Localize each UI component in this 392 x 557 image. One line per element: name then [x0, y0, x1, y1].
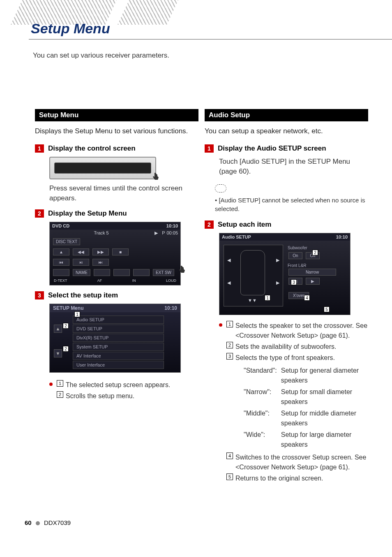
front-label: Front L&R	[288, 263, 337, 268]
extsw-button[interactable]: EXT SW	[153, 269, 174, 276]
callout-marker-1: 1	[265, 295, 270, 301]
front-type-value: Narrow	[288, 269, 336, 276]
footer-af: AF	[97, 278, 102, 283]
callout-number: 5	[226, 473, 233, 480]
menu-item[interactable]: DVD SETUP	[73, 325, 164, 333]
callout-marker-2: 2	[63, 346, 69, 352]
callout-marker-2: 2	[312, 250, 318, 255]
rew-button[interactable]: ◀◀	[73, 248, 89, 255]
speaker-type-table: "Standard":Setup for general diameter sp…	[241, 364, 368, 451]
menu-item[interactable]: User Interface	[73, 361, 164, 369]
callout-marker-4: 4	[304, 295, 310, 301]
scroll-up-button[interactable]: ▲	[54, 325, 62, 333]
front-next-button[interactable]: ▶	[306, 278, 320, 285]
model-name: DDX7039	[44, 519, 71, 526]
ff-button[interactable]: ▶▶	[92, 248, 109, 255]
callout-number: 3	[226, 353, 233, 360]
blank-button[interactable]	[94, 269, 110, 276]
step-body: Press several times until the control sc…	[49, 183, 198, 204]
red-bullet-icon	[49, 383, 53, 386]
step-1: 1 Display the Audio SETUP screen	[205, 144, 368, 153]
screen-title: Audio SETUP	[222, 234, 251, 239]
name-button[interactable]: NAME	[73, 269, 90, 276]
callout-text: Selects the type of front speakers.	[235, 353, 368, 363]
section-heading: Setup Menu	[35, 109, 198, 121]
step-number: 1	[35, 144, 44, 153]
callout-text: Returns to the original screen.	[235, 473, 368, 483]
track-label: Track 5	[52, 230, 150, 236]
callout-number: 4	[226, 453, 233, 459]
screen-clock: 10:10	[336, 234, 348, 239]
step-label: Display the control screen	[48, 144, 136, 153]
prev-button[interactable]: ⏮	[53, 259, 69, 266]
page-footer: 60 DDX7039	[25, 519, 71, 526]
screen-clock: 10:10	[164, 305, 177, 311]
callout-text: The selected setup screen appears.	[66, 380, 198, 390]
scroll-down-button[interactable]: ▼	[54, 349, 62, 357]
menu-item[interactable]: Audio SETUP	[73, 316, 164, 324]
step-label: Setup each item	[218, 220, 271, 229]
step-number: 2	[35, 209, 44, 218]
callout-number: 1	[57, 380, 63, 387]
playpause-button[interactable]: ⏯	[73, 259, 89, 266]
setup-menu-screen: SETUP Menu 10:10 ▲ ▼ Audio SETUP DVD SET…	[49, 304, 181, 373]
red-bullet-icon	[219, 323, 222, 327]
disc-text-button[interactable]: DISC TEXT	[53, 238, 80, 245]
step-2: 2 Setup each item	[205, 220, 368, 229]
footer-loud: LOUD	[166, 278, 176, 283]
callout-text: Selects the speaker to set the crossover…	[235, 321, 368, 341]
note-icon	[215, 184, 226, 193]
intro-text: You can set up various receiver paramete…	[33, 51, 169, 60]
step-number: 1	[205, 144, 214, 153]
dvd-control-screen: DVD CD 10:10 Track 5 ▶ P 00:05 DISC TEXT…	[49, 222, 181, 285]
callout-number: 1	[226, 321, 233, 327]
blank-button[interactable]	[133, 269, 150, 276]
screen-clock: 10:10	[166, 223, 178, 228]
step-label: Select the setup item	[48, 291, 118, 299]
touch-hand-icon	[150, 172, 160, 182]
decorative-hatch	[118, 0, 178, 25]
callout-marker-2: 2	[63, 323, 69, 329]
page-title: Setup Menu	[31, 21, 110, 37]
callout-number: 2	[57, 391, 63, 398]
callout-marker-1: 1	[74, 311, 80, 317]
callout-marker-3: 3	[291, 279, 297, 285]
receiver-illustration	[49, 157, 156, 179]
p-indicator: P	[162, 230, 165, 236]
callout-text: Scrolls the setup menu.	[66, 391, 198, 401]
blank-button[interactable]	[113, 269, 130, 276]
menu-item[interactable]: AV Interface	[73, 352, 164, 360]
callout-text: Switches to the crossover Setup screen. …	[235, 453, 368, 472]
step-number: 2	[205, 220, 214, 229]
footer-in: IN	[132, 278, 136, 283]
step-number: 3	[35, 291, 44, 299]
eject-button[interactable]: ▲	[53, 248, 69, 255]
note-text: • [Audio SETUP] cannot be selected when …	[215, 196, 368, 213]
step-3: 3 Select the setup item	[35, 291, 198, 299]
audio-setup-screen: Audio SETUP 10:10 ◀ ▶ ◀ ▶ ▼▼ Subwoofer O…	[219, 233, 350, 315]
callout-list: 1 The selected setup screen appears. 2 S…	[49, 380, 198, 402]
screen-title: DVD CD	[52, 223, 69, 228]
menu-item[interactable]: System SETUP	[73, 343, 164, 351]
stop-button[interactable]: ■	[112, 248, 129, 255]
step-label: Display the Setup Menu	[48, 209, 127, 218]
page-number: 60	[25, 519, 32, 526]
elapsed-time: 00:05	[166, 230, 178, 236]
title-underline	[29, 39, 392, 39]
left-column: Setup Menu Displays the Setup Menu to se…	[35, 109, 198, 402]
section-desc: Displays the Setup Menu to set various f…	[35, 126, 198, 136]
blank-button[interactable]	[53, 269, 69, 276]
car-diagram: ◀ ▶ ◀ ▶ ▼▼	[224, 245, 283, 306]
right-column: Audio Setup You can setup a speaker netw…	[205, 109, 368, 485]
callout-text: Sets the availability of subwoofers.	[235, 342, 368, 352]
screen-title: SETUP Menu	[53, 305, 83, 311]
subwoofer-on-button[interactable]: On	[288, 252, 302, 259]
section-desc: You can setup a speaker network, etc.	[205, 126, 368, 136]
callout-list: 1 Selects the speaker to set the crossov…	[219, 321, 368, 485]
callout-marker-5: 5	[324, 306, 330, 312]
menu-item[interactable]: DivX(R) SETUP	[73, 334, 164, 342]
next-button[interactable]: ⏭	[92, 259, 109, 266]
touch-hand-icon	[177, 265, 187, 275]
callout-number: 2	[226, 342, 233, 348]
step-body: Touch [Audio SETUP] in the SETUP Menu (p…	[219, 157, 368, 177]
